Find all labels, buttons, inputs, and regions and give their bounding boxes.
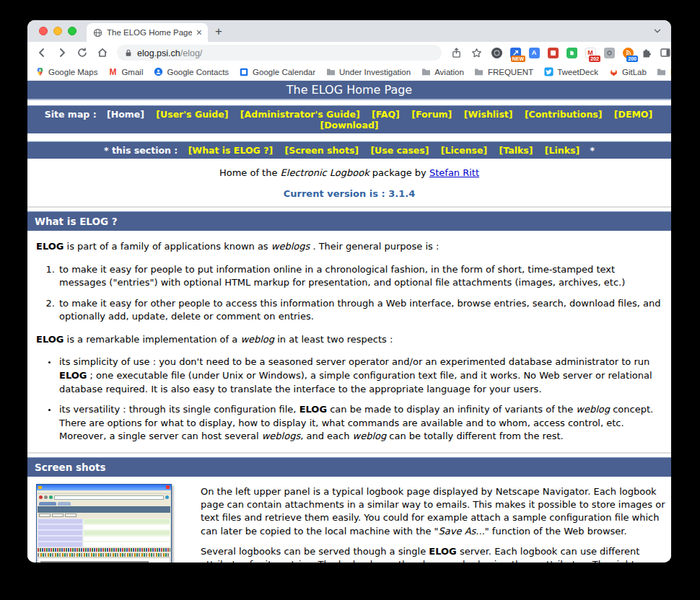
browser-tab[interactable]: The ELOG Home Page ×: [87, 23, 208, 42]
dark-globe-extension-icon[interactable]: [489, 45, 504, 60]
bookmark-folder-under-investigation[interactable]: Under Investigation: [325, 67, 411, 77]
screen-shots-text: On the left upper panel is a typical log…: [201, 484, 665, 562]
text-link[interactable]: Stefan Ritt: [429, 167, 479, 178]
url-path: /elog/: [180, 48, 203, 58]
folder-icon: [325, 67, 336, 77]
evernote-extension-icon[interactable]: [564, 45, 579, 60]
bookmark-label: TweetDeck: [557, 68, 598, 76]
thumb-window-1: APACHE: [36, 484, 172, 562]
sitemap-link-home[interactable]: [Home]: [107, 109, 144, 120]
section-link-talks[interactable]: [Talks]: [499, 145, 533, 156]
bookmark-gitlab[interactable]: GitLab: [608, 67, 647, 77]
web-page: The ELOG Home Page Site map : [Home] [Us…: [27, 81, 671, 562]
extensions-row: NEW A M 202: [489, 45, 671, 60]
url-host: elog.psi.ch: [137, 48, 180, 58]
paragraph: ELOG is a remarkable implementation of a…: [36, 333, 662, 347]
screenshot-thumbnail[interactable]: APACHE: [36, 484, 188, 562]
google-maps-icon: [35, 67, 45, 77]
list-item: to make it easy for people to put inform…: [58, 263, 662, 290]
bookmark-folder-home[interactable]: Home: [657, 67, 671, 77]
sitemap-link-download[interactable]: [Download]: [320, 120, 378, 131]
rss-extension-icon[interactable]: 200: [621, 45, 635, 60]
screen-share-extension-icon[interactable]: NEW: [508, 45, 522, 60]
reload-icon[interactable]: [74, 44, 91, 61]
bookmark-label: Home: [670, 68, 671, 76]
bookmark-label: GitLab: [622, 68, 647, 76]
address-bar[interactable]: elog.psi.ch/elog/: [117, 45, 442, 61]
section-nav-asterisk: *: [590, 145, 595, 156]
bookmark-gmail[interactable]: M Gmail: [108, 67, 143, 77]
sitemap-nav: Site map : [Home] [User's Guide] [Admini…: [27, 105, 671, 133]
google-contacts-icon: [153, 67, 163, 77]
section-separator: [27, 206, 671, 208]
section-link-links[interactable]: [Links]: [545, 145, 579, 156]
tab-title: The ELOG Home Page: [107, 28, 192, 37]
sitemap-label: Site map :: [45, 109, 97, 120]
tab-search-chevron-icon[interactable]: [652, 26, 662, 36]
bookmark-google-contacts[interactable]: Google Contacts: [153, 67, 229, 77]
bookmark-tweetdeck[interactable]: TweetDeck: [543, 67, 598, 77]
back-icon[interactable]: [33, 44, 51, 61]
sitemap-link-faq[interactable]: [FAQ]: [372, 109, 400, 120]
bookmark-label: Google Maps: [48, 68, 97, 76]
desktop-background: The ELOG Home Page × +: [0, 0, 700, 600]
browser-toolbar: elog.psi.ch/elog/ NEW A: [27, 42, 671, 63]
bookmark-label: Aviation: [434, 68, 464, 76]
section-link-screen-shots[interactable]: [Screen shots]: [284, 145, 359, 156]
paragraph: Several logbooks can be served though a …: [201, 545, 665, 562]
bookmark-label: Gmail: [121, 68, 143, 76]
paragraph: On the left upper panel is a typical log…: [201, 485, 665, 538]
gitlab-icon: [608, 67, 618, 77]
intro-line: Home of the Electronic Logbook package b…: [27, 167, 671, 178]
extensions-puzzle-icon[interactable]: [639, 45, 654, 60]
tab-favicon-globe-icon: [92, 27, 102, 38]
section-nav-label: * this section :: [104, 145, 178, 156]
lock-icon: [124, 48, 133, 58]
tab-strip: The ELOG Home Page × +: [27, 20, 671, 42]
share-icon[interactable]: [447, 44, 465, 61]
bookmark-google-maps[interactable]: Google Maps: [35, 67, 97, 77]
list-item: its simplicity of use : you don't need t…: [58, 356, 662, 396]
sitemap-link-wishlist[interactable]: [Wishlist]: [464, 109, 513, 120]
bookmark-star-icon[interactable]: [468, 44, 485, 61]
bookmark-google-calendar[interactable]: Google Calendar: [239, 67, 315, 77]
twitter-icon: [543, 67, 554, 77]
new-tab-button[interactable]: +: [215, 25, 222, 39]
sitemap-link-users-guide[interactable]: [User's Guide]: [156, 109, 228, 120]
bookmark-label: Google Contacts: [167, 68, 229, 76]
side-panel-icon[interactable]: [658, 45, 671, 60]
window-controls: [27, 20, 87, 42]
bookmark-folder-aviation[interactable]: Aviation: [421, 67, 464, 77]
bookmark-label: Under Investigation: [339, 68, 411, 76]
respects-list: its simplicity of use : you don't need t…: [58, 356, 662, 443]
forward-icon[interactable]: [53, 44, 71, 61]
minimize-window-button[interactable]: [53, 27, 62, 35]
section-separator: [27, 452, 671, 454]
sitemap-link-admin-guide[interactable]: [Administrator's Guide]: [240, 109, 360, 120]
gray-extension-icon[interactable]: [602, 45, 616, 60]
sitemap-link-forum[interactable]: [Forum]: [411, 109, 452, 120]
list-item: to make it easy for other people to acce…: [58, 297, 662, 324]
bookmarks-bar: Google Maps M Gmail Google Contacts Goog…: [27, 63, 671, 81]
google-calendar-icon: [239, 67, 249, 77]
browser-window: The ELOG Home Page × +: [27, 20, 671, 562]
section-link-use-cases[interactable]: [Use cases]: [370, 145, 429, 156]
gmail-checker-extension-icon[interactable]: M 202: [583, 45, 598, 60]
tab-close-icon[interactable]: ×: [196, 27, 202, 38]
section-link-license[interactable]: [License]: [441, 145, 487, 156]
folder-icon: [657, 67, 667, 77]
list-item: its versatility : through its single con…: [58, 403, 662, 444]
section-header-screen-shots: Screen shots: [27, 457, 671, 477]
zoom-window-button[interactable]: [68, 27, 76, 35]
home-icon[interactable]: [94, 44, 111, 61]
bookmark-folder-frequent[interactable]: FREQUENT: [474, 67, 533, 77]
gmail-icon: M: [108, 67, 118, 77]
section-link-what-is-elog[interactable]: [What is ELOG ?]: [188, 145, 274, 156]
translate-extension-icon[interactable]: A: [527, 45, 541, 60]
red-extension-icon[interactable]: [546, 45, 560, 60]
sitemap-link-contributions[interactable]: [Contributions]: [525, 109, 603, 120]
paragraph: ELOG is part of a family of applications…: [36, 240, 662, 254]
sitemap-link-demo[interactable]: [DEMO]: [614, 109, 652, 120]
close-window-button[interactable]: [39, 27, 48, 35]
page-title: The ELOG Home Page: [27, 81, 671, 100]
